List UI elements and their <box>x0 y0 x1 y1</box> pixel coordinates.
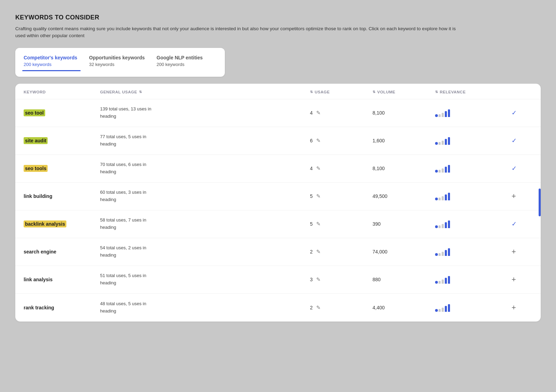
bar-chart <box>435 164 450 173</box>
bar-1 <box>439 253 441 256</box>
table-row[interactable]: link analysis 51 total uses, 5 uses inhe… <box>15 266 541 294</box>
sort-general-usage-icon: ⇅ <box>139 90 142 94</box>
tab-competitors[interactable]: Competitor's keywords 200 keywords <box>22 53 88 71</box>
col-header-relevance[interactable]: ⇅ RELEVANCE <box>435 90 512 94</box>
edit-icon[interactable]: ✎ <box>316 221 321 227</box>
usage-cell: 2 ✎ <box>310 305 373 311</box>
edit-icon[interactable]: ✎ <box>316 305 321 311</box>
relevance-cell <box>435 220 512 228</box>
table-row[interactable]: seo tools 70 total uses, 6 uses inheadin… <box>15 155 541 183</box>
tabs-container: Competitor's keywords 200 keywords Oppor… <box>15 48 225 77</box>
keyword-cell: site audit <box>24 138 100 143</box>
action-cell[interactable]: ✓ <box>512 220 532 228</box>
tab-underline <box>22 70 81 71</box>
table-row[interactable]: backlink analysis 58 total uses, 7 uses … <box>15 210 541 238</box>
col-header-volume[interactable]: ⇅ VOLUME <box>373 90 435 94</box>
bar-4 <box>448 165 450 173</box>
keyword-cell: link analysis <box>24 277 100 282</box>
bar-4 <box>448 248 450 256</box>
relevance-cell <box>435 275 512 284</box>
bar-1 <box>439 198 441 200</box>
tab-google-nlp[interactable]: Google NLP entities 200 keywords <box>155 53 218 71</box>
table-row[interactable]: rank tracking 48 total uses, 5 uses inhe… <box>15 294 541 322</box>
keyword-cell: rank tracking <box>24 305 100 310</box>
tab-google-nlp-count: 200 keywords <box>157 62 207 67</box>
volume-cell: 880 <box>373 277 435 282</box>
keyword-cell: seo tool <box>24 110 100 116</box>
bar-4 <box>448 109 450 117</box>
bar-2 <box>442 196 444 200</box>
action-cell[interactable]: ✓ <box>512 165 532 172</box>
keyword-text: search engine <box>24 249 56 255</box>
tab-competitors-label: Competitor's keywords <box>24 55 77 60</box>
usage-cell: 6 ✎ <box>310 137 373 144</box>
relevance-cell <box>435 192 512 200</box>
edit-icon[interactable]: ✎ <box>316 193 321 199</box>
bar-2 <box>442 168 444 173</box>
col-header-usage[interactable]: ⇅ USAGE <box>310 90 373 94</box>
bar-chart <box>435 303 450 312</box>
col-header-general-usage[interactable]: GENERAL USAGE ⇅ <box>100 90 310 94</box>
page-description: Crafting quality content means making su… <box>15 25 460 40</box>
page-title: KEYWORDS TO CONSIDER <box>15 14 541 21</box>
general-usage-cell: 70 total uses, 6 uses inheading <box>100 161 310 176</box>
bar-2 <box>442 280 444 284</box>
action-cell[interactable]: + <box>512 192 532 201</box>
bar-4 <box>448 220 450 228</box>
bar-chart <box>435 136 450 145</box>
volume-cell: 4,400 <box>373 305 435 310</box>
bar-4 <box>448 276 450 284</box>
edit-icon[interactable]: ✎ <box>316 276 321 283</box>
edit-icon[interactable]: ✎ <box>316 110 321 116</box>
relevance-cell <box>435 136 512 145</box>
action-cell[interactable]: ✓ <box>512 137 532 144</box>
bar-3 <box>445 222 447 228</box>
edit-icon[interactable]: ✎ <box>316 137 321 144</box>
usage-number: 4 <box>310 110 313 116</box>
keyword-text: seo tool <box>24 109 45 116</box>
volume-cell: 49,500 <box>373 193 435 199</box>
bar-chart <box>435 109 450 117</box>
bar-4 <box>448 193 450 200</box>
keyword-cell: backlink analysis <box>24 221 100 227</box>
tab-google-nlp-label: Google NLP entities <box>157 55 207 60</box>
volume-cell: 1,600 <box>373 138 435 143</box>
bar-2 <box>442 252 444 256</box>
bar-2 <box>442 308 444 312</box>
bar-4 <box>448 137 450 145</box>
usage-cell: 5 ✎ <box>310 193 373 199</box>
bar-3 <box>445 111 447 117</box>
bar-1 <box>439 225 441 228</box>
scrollbar[interactable] <box>539 189 541 216</box>
bar-3 <box>445 250 447 256</box>
bar-4 <box>448 304 450 312</box>
action-cell[interactable]: + <box>512 247 532 256</box>
bar-2 <box>442 224 444 228</box>
bar-2 <box>442 113 444 117</box>
volume-cell: 74,000 <box>373 249 435 255</box>
sort-usage-icon: ⇅ <box>310 90 313 94</box>
edit-icon[interactable]: ✎ <box>316 165 321 172</box>
usage-number: 5 <box>310 221 313 227</box>
general-usage-cell: 58 total uses, 7 uses inheading <box>100 217 310 231</box>
action-cell[interactable]: + <box>512 303 532 312</box>
action-cell[interactable]: + <box>512 275 532 284</box>
volume-cell: 8,100 <box>373 166 435 171</box>
table-row[interactable]: seo tool 139 total uses, 13 uses inheadi… <box>15 99 541 127</box>
tab-opportunities-label: Opportunities keywords <box>89 55 145 60</box>
tab-opportunities-count: 32 keywords <box>89 62 145 67</box>
table-row[interactable]: search engine 54 total uses, 2 uses inhe… <box>15 238 541 266</box>
general-usage-cell: 60 total uses, 3 uses inheading <box>100 189 310 203</box>
relevance-cell <box>435 109 512 117</box>
general-usage-cell: 48 total uses, 5 uses inheading <box>100 300 310 315</box>
bar-1 <box>439 114 441 117</box>
keyword-cell: seo tools <box>24 166 100 171</box>
usage-number: 4 <box>310 166 313 171</box>
volume-cell: 8,100 <box>373 110 435 116</box>
table-row[interactable]: link building 60 total uses, 3 uses inhe… <box>15 183 541 210</box>
action-cell[interactable]: ✓ <box>512 109 532 117</box>
tab-opportunities[interactable]: Opportunities keywords 32 keywords <box>88 53 155 71</box>
edit-icon[interactable]: ✎ <box>316 249 321 255</box>
bar-3 <box>445 167 447 173</box>
table-row[interactable]: site audit 77 total uses, 5 uses inheadi… <box>15 127 541 155</box>
